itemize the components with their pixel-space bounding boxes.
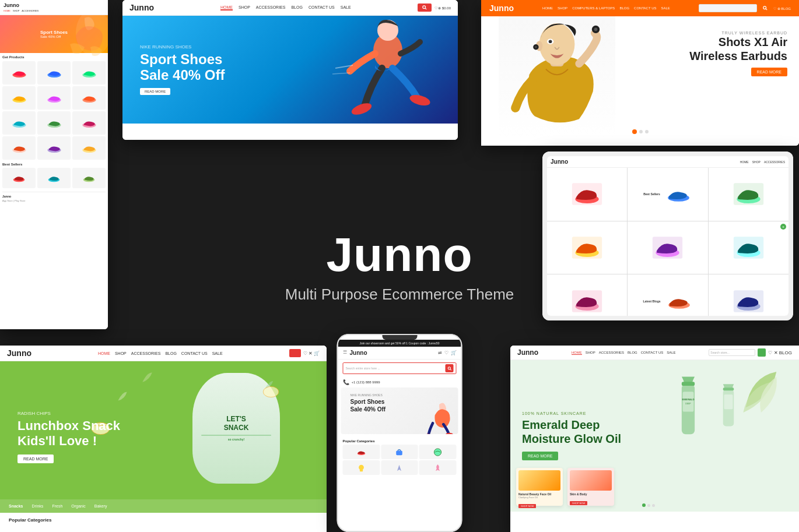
p6-wishlist-icon[interactable]: ♡ (444, 350, 448, 355)
p1-nav-home[interactable]: HOME (3, 9, 10, 12)
p7-card-2-btn[interactable]: SHOP NOW (570, 501, 587, 505)
p7-logo: Junno (517, 348, 538, 357)
p4-cell-9[interactable] (709, 274, 789, 316)
p6-cat-sports[interactable] (419, 445, 457, 459)
p6-cat-men[interactable] (381, 460, 418, 475)
p7-nav-home[interactable]: HOME (572, 351, 582, 355)
p6-cart-icon[interactable]: 🛒 (451, 350, 457, 355)
p1-product-7[interactable] (2, 111, 36, 135)
p4-cell-3[interactable] (709, 168, 789, 221)
runner-svg (324, 16, 440, 124)
p7-card-2-img (570, 470, 612, 491)
p7-nav-sale[interactable]: SALE (667, 351, 675, 355)
p7-card-2[interactable]: Skin & Body SHOP NOW (567, 468, 614, 506)
p1-product-9[interactable] (72, 111, 106, 135)
p7-hero-title: Emerald Deep (522, 418, 621, 432)
p1-product-12[interactable] (72, 136, 106, 160)
p7-dot-2[interactable] (652, 504, 655, 507)
p7-card-1-btn[interactable]: SHOP NOW (518, 504, 536, 508)
p7-dot-active[interactable] (642, 503, 646, 507)
p1-product-10[interactable] (2, 136, 36, 160)
p5-nav-home[interactable]: HOME (98, 351, 110, 355)
p7-bottle-small (716, 380, 741, 433)
p6-cat-shoes[interactable] (343, 445, 380, 459)
p6-cat-women[interactable] (419, 460, 457, 475)
p1-product-1[interactable] (2, 61, 36, 84)
p1-nav-shop[interactable]: SHOP (13, 9, 19, 12)
p6-cat-kids[interactable] (343, 460, 380, 475)
p3-dot-active[interactable] (632, 129, 637, 134)
p1-bestseller-2[interactable] (37, 168, 71, 188)
p6-cat-bags[interactable] (381, 445, 418, 459)
p1-product-2[interactable] (37, 61, 71, 84)
p1-nav-acc[interactable]: ACCESSORIES (22, 9, 38, 12)
p3-nav-sale[interactable]: SALE (661, 6, 670, 10)
p3-dot-1[interactable] (639, 130, 643, 133)
p3-nav-home[interactable]: HOME (542, 6, 553, 10)
p7-nav-contact[interactable]: CONTACT US (641, 351, 663, 355)
p6-shuffle-icon[interactable]: ⇌ (438, 350, 442, 355)
p2-read-more-btn[interactable]: READ MORE (140, 88, 170, 95)
p4-cell-6[interactable]: + (709, 221, 789, 274)
p7-search-btn[interactable] (758, 348, 766, 357)
p5-search-btn[interactable] (289, 349, 301, 357)
p5-cat-fresh[interactable]: Fresh (52, 504, 62, 508)
p6-search-btn[interactable] (446, 364, 454, 372)
p2-search-btn[interactable] (418, 3, 432, 12)
p4-cell-2[interactable]: Best Sellers (628, 168, 707, 221)
p6-icon-menu[interactable]: ☰ (343, 350, 347, 356)
p7-nav-blog[interactable]: BLOG (628, 351, 637, 355)
p4-nav-acc[interactable]: ACCESSORIES (764, 160, 785, 164)
p5-cat-organic[interactable]: Organic (71, 504, 86, 508)
p7-nav-acc[interactable]: ACCESSORIES (599, 351, 624, 355)
p6-search-input[interactable]: Search entire store here ... (343, 362, 457, 374)
p1-product-4[interactable] (2, 86, 36, 110)
p2-nav-shop[interactable]: SHOP (239, 5, 250, 10)
p4-cell-8[interactable]: Latest Blogs (628, 274, 707, 316)
p5-cat-bakery[interactable]: Bakery (94, 504, 107, 508)
p3-dot-2[interactable] (645, 130, 649, 133)
p4-nav-shop[interactable]: SHOP (752, 160, 761, 164)
p1-product-11[interactable] (37, 136, 71, 160)
p5-nav: HOME SHOP ACCESSORIES BLOG CONTACT US SA… (98, 351, 223, 355)
p5-cat-snacks[interactable]: Snacks (9, 504, 23, 508)
p7-read-more-btn[interactable]: READ MORE (522, 452, 558, 460)
p7-nav-shop[interactable]: SHOP (586, 351, 595, 355)
p5-read-more-btn[interactable]: READ MORE (17, 455, 54, 463)
p1-bestseller-1[interactable] (2, 168, 36, 188)
p5-nav-contact[interactable]: CONTACT US (181, 351, 208, 355)
p4-cell-5[interactable] (628, 221, 707, 274)
p4-cell-4[interactable] (547, 221, 627, 274)
p2-nav-home[interactable]: HOME (220, 5, 233, 10)
p1-product-5[interactable] (37, 86, 71, 110)
p3-search-btn[interactable] (759, 4, 771, 12)
p7-bottle-svg: EMERALD DEEP (671, 372, 706, 442)
p7-search-input[interactable]: Search store... (709, 349, 755, 356)
p7-dot-1[interactable] (647, 504, 650, 507)
p1-product-6[interactable] (72, 86, 106, 110)
p5-nav-sale[interactable]: SALE (212, 351, 223, 355)
p3-nav-blog[interactable]: BLOG (619, 6, 629, 10)
p5-nav-blog[interactable]: BLOG (165, 351, 176, 355)
p1-bestseller-3[interactable] (72, 168, 106, 188)
p4-cell-1[interactable] (547, 168, 627, 221)
p3-nav-computers[interactable]: COMPUTERS & LAPTOPS (572, 6, 615, 10)
p7-card-1[interactable]: Natural Beauty Face Oil Clarifying Face … (516, 468, 563, 506)
p3-hero-text: TRULY WIRELESS EARBUD Shots X1 Air Wirel… (689, 31, 787, 76)
p4-nav-home[interactable]: HOME (740, 160, 749, 164)
svg-rect-65 (683, 392, 694, 411)
p3-nav-shop[interactable]: SHOP (558, 6, 567, 10)
p2-nav-contact[interactable]: CONTACT US (309, 5, 335, 10)
p5-cat-drinks[interactable]: Drinks (32, 504, 44, 508)
p1-product-3[interactable] (72, 61, 106, 84)
p3-nav-contact[interactable]: CONTACT US (634, 6, 656, 10)
p3-read-more-btn[interactable]: READ MORE (751, 68, 787, 76)
p2-nav-acc[interactable]: ACCESSORIES (256, 5, 286, 10)
p1-product-8[interactable] (37, 111, 71, 135)
p7-pagination (642, 503, 655, 507)
p5-nav-acc[interactable]: ACCESSORIES (131, 351, 161, 355)
p4-cell-7[interactable] (547, 274, 627, 316)
p2-nav-sale[interactable]: SALE (341, 5, 351, 10)
p5-nav-shop[interactable]: SHOP (115, 351, 127, 355)
p2-nav-blog[interactable]: BLOG (291, 5, 302, 10)
